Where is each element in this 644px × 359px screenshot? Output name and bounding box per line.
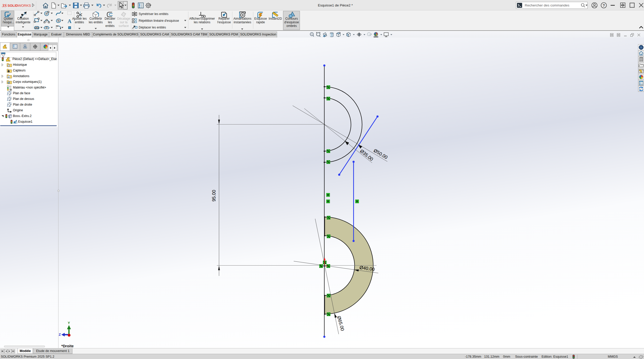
svg-text:*Droite: *Droite [61,344,74,348]
svg-text:Y: Y [68,321,70,325]
svg-text:ЗS: ЗS [2,3,7,8]
svg-text:A: A [68,18,72,24]
svg-text:A: A [8,76,10,78]
svg-text:?: ? [603,3,605,8]
svg-text:SOLIDWORKS: SOLIDWORKS [8,4,31,8]
svg-text:95.00: 95.00 [211,190,217,201]
svg-text:Z: Z [59,333,61,336]
